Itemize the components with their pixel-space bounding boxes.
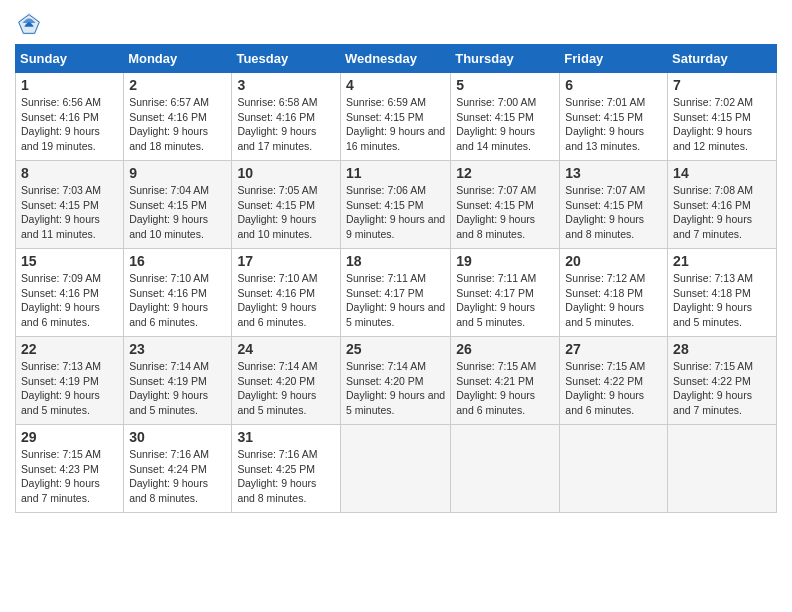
calendar-week-2: 8 Sunrise: 7:03 AMSunset: 4:15 PMDayligh… <box>16 161 777 249</box>
day-number: 20 <box>565 253 662 269</box>
day-number: 30 <box>129 429 226 445</box>
calendar-cell: 9 Sunrise: 7:04 AMSunset: 4:15 PMDayligh… <box>124 161 232 249</box>
day-info: Sunrise: 6:59 AMSunset: 4:15 PMDaylight:… <box>346 96 445 152</box>
day-number: 26 <box>456 341 554 357</box>
day-info: Sunrise: 7:08 AMSunset: 4:16 PMDaylight:… <box>673 184 753 240</box>
calendar-cell: 27 Sunrise: 7:15 AMSunset: 4:22 PMDaylig… <box>560 337 668 425</box>
calendar-header-thursday: Thursday <box>451 45 560 73</box>
day-number: 27 <box>565 341 662 357</box>
day-number: 29 <box>21 429 118 445</box>
calendar-cell: 15 Sunrise: 7:09 AMSunset: 4:16 PMDaylig… <box>16 249 124 337</box>
day-number: 28 <box>673 341 771 357</box>
day-number: 25 <box>346 341 445 357</box>
day-info: Sunrise: 7:09 AMSunset: 4:16 PMDaylight:… <box>21 272 101 328</box>
day-number: 21 <box>673 253 771 269</box>
calendar-cell: 2 Sunrise: 6:57 AMSunset: 4:16 PMDayligh… <box>124 73 232 161</box>
day-number: 22 <box>21 341 118 357</box>
day-number: 16 <box>129 253 226 269</box>
day-number: 15 <box>21 253 118 269</box>
calendar-cell: 21 Sunrise: 7:13 AMSunset: 4:18 PMDaylig… <box>668 249 777 337</box>
calendar-cell <box>560 425 668 513</box>
calendar-cell: 19 Sunrise: 7:11 AMSunset: 4:17 PMDaylig… <box>451 249 560 337</box>
calendar-table: SundayMondayTuesdayWednesdayThursdayFrid… <box>15 44 777 513</box>
day-info: Sunrise: 7:10 AMSunset: 4:16 PMDaylight:… <box>237 272 317 328</box>
calendar-cell: 6 Sunrise: 7:01 AMSunset: 4:15 PMDayligh… <box>560 73 668 161</box>
calendar-cell: 12 Sunrise: 7:07 AMSunset: 4:15 PMDaylig… <box>451 161 560 249</box>
day-info: Sunrise: 7:11 AMSunset: 4:17 PMDaylight:… <box>346 272 445 328</box>
day-number: 14 <box>673 165 771 181</box>
calendar-cell: 30 Sunrise: 7:16 AMSunset: 4:24 PMDaylig… <box>124 425 232 513</box>
day-info: Sunrise: 7:05 AMSunset: 4:15 PMDaylight:… <box>237 184 317 240</box>
day-number: 10 <box>237 165 335 181</box>
calendar-cell: 10 Sunrise: 7:05 AMSunset: 4:15 PMDaylig… <box>232 161 341 249</box>
day-number: 13 <box>565 165 662 181</box>
day-info: Sunrise: 7:01 AMSunset: 4:15 PMDaylight:… <box>565 96 645 152</box>
calendar-cell: 13 Sunrise: 7:07 AMSunset: 4:15 PMDaylig… <box>560 161 668 249</box>
day-info: Sunrise: 7:15 AMSunset: 4:23 PMDaylight:… <box>21 448 101 504</box>
day-number: 3 <box>237 77 335 93</box>
calendar-header-wednesday: Wednesday <box>340 45 450 73</box>
day-number: 11 <box>346 165 445 181</box>
calendar-week-3: 15 Sunrise: 7:09 AMSunset: 4:16 PMDaylig… <box>16 249 777 337</box>
day-number: 6 <box>565 77 662 93</box>
day-info: Sunrise: 7:03 AMSunset: 4:15 PMDaylight:… <box>21 184 101 240</box>
calendar-cell: 7 Sunrise: 7:02 AMSunset: 4:15 PMDayligh… <box>668 73 777 161</box>
calendar-cell: 22 Sunrise: 7:13 AMSunset: 4:19 PMDaylig… <box>16 337 124 425</box>
page-header <box>15 10 777 38</box>
calendar-cell: 3 Sunrise: 6:58 AMSunset: 4:16 PMDayligh… <box>232 73 341 161</box>
calendar-cell: 8 Sunrise: 7:03 AMSunset: 4:15 PMDayligh… <box>16 161 124 249</box>
day-number: 31 <box>237 429 335 445</box>
calendar-cell: 28 Sunrise: 7:15 AMSunset: 4:22 PMDaylig… <box>668 337 777 425</box>
day-info: Sunrise: 7:07 AMSunset: 4:15 PMDaylight:… <box>565 184 645 240</box>
day-number: 18 <box>346 253 445 269</box>
day-number: 5 <box>456 77 554 93</box>
day-info: Sunrise: 7:13 AMSunset: 4:19 PMDaylight:… <box>21 360 101 416</box>
day-number: 12 <box>456 165 554 181</box>
calendar-cell <box>340 425 450 513</box>
calendar-cell: 11 Sunrise: 7:06 AMSunset: 4:15 PMDaylig… <box>340 161 450 249</box>
calendar-week-1: 1 Sunrise: 6:56 AMSunset: 4:16 PMDayligh… <box>16 73 777 161</box>
calendar-cell: 24 Sunrise: 7:14 AMSunset: 4:20 PMDaylig… <box>232 337 341 425</box>
day-info: Sunrise: 7:12 AMSunset: 4:18 PMDaylight:… <box>565 272 645 328</box>
day-info: Sunrise: 7:04 AMSunset: 4:15 PMDaylight:… <box>129 184 209 240</box>
calendar-header-saturday: Saturday <box>668 45 777 73</box>
calendar-cell: 25 Sunrise: 7:14 AMSunset: 4:20 PMDaylig… <box>340 337 450 425</box>
day-info: Sunrise: 7:14 AMSunset: 4:20 PMDaylight:… <box>237 360 317 416</box>
day-info: Sunrise: 7:13 AMSunset: 4:18 PMDaylight:… <box>673 272 753 328</box>
day-info: Sunrise: 7:15 AMSunset: 4:22 PMDaylight:… <box>673 360 753 416</box>
calendar-cell: 23 Sunrise: 7:14 AMSunset: 4:19 PMDaylig… <box>124 337 232 425</box>
day-number: 23 <box>129 341 226 357</box>
calendar-week-4: 22 Sunrise: 7:13 AMSunset: 4:19 PMDaylig… <box>16 337 777 425</box>
calendar-cell: 14 Sunrise: 7:08 AMSunset: 4:16 PMDaylig… <box>668 161 777 249</box>
day-info: Sunrise: 7:15 AMSunset: 4:21 PMDaylight:… <box>456 360 536 416</box>
day-number: 17 <box>237 253 335 269</box>
day-info: Sunrise: 7:16 AMSunset: 4:25 PMDaylight:… <box>237 448 317 504</box>
logo <box>15 10 47 38</box>
day-number: 9 <box>129 165 226 181</box>
day-info: Sunrise: 7:15 AMSunset: 4:22 PMDaylight:… <box>565 360 645 416</box>
calendar-cell: 29 Sunrise: 7:15 AMSunset: 4:23 PMDaylig… <box>16 425 124 513</box>
day-info: Sunrise: 7:00 AMSunset: 4:15 PMDaylight:… <box>456 96 536 152</box>
day-info: Sunrise: 7:06 AMSunset: 4:15 PMDaylight:… <box>346 184 445 240</box>
day-number: 2 <box>129 77 226 93</box>
calendar-cell <box>451 425 560 513</box>
calendar-header-tuesday: Tuesday <box>232 45 341 73</box>
calendar-week-5: 29 Sunrise: 7:15 AMSunset: 4:23 PMDaylig… <box>16 425 777 513</box>
day-number: 7 <box>673 77 771 93</box>
day-info: Sunrise: 7:02 AMSunset: 4:15 PMDaylight:… <box>673 96 753 152</box>
day-info: Sunrise: 7:07 AMSunset: 4:15 PMDaylight:… <box>456 184 536 240</box>
calendar-cell: 26 Sunrise: 7:15 AMSunset: 4:21 PMDaylig… <box>451 337 560 425</box>
day-info: Sunrise: 6:56 AMSunset: 4:16 PMDaylight:… <box>21 96 101 152</box>
day-number: 19 <box>456 253 554 269</box>
calendar-cell: 4 Sunrise: 6:59 AMSunset: 4:15 PMDayligh… <box>340 73 450 161</box>
calendar-cell: 18 Sunrise: 7:11 AMSunset: 4:17 PMDaylig… <box>340 249 450 337</box>
calendar-cell: 1 Sunrise: 6:56 AMSunset: 4:16 PMDayligh… <box>16 73 124 161</box>
calendar-cell: 5 Sunrise: 7:00 AMSunset: 4:15 PMDayligh… <box>451 73 560 161</box>
day-info: Sunrise: 7:10 AMSunset: 4:16 PMDaylight:… <box>129 272 209 328</box>
day-number: 8 <box>21 165 118 181</box>
calendar-header-monday: Monday <box>124 45 232 73</box>
day-info: Sunrise: 6:58 AMSunset: 4:16 PMDaylight:… <box>237 96 317 152</box>
calendar-cell: 16 Sunrise: 7:10 AMSunset: 4:16 PMDaylig… <box>124 249 232 337</box>
day-info: Sunrise: 7:14 AMSunset: 4:20 PMDaylight:… <box>346 360 445 416</box>
day-info: Sunrise: 7:14 AMSunset: 4:19 PMDaylight:… <box>129 360 209 416</box>
